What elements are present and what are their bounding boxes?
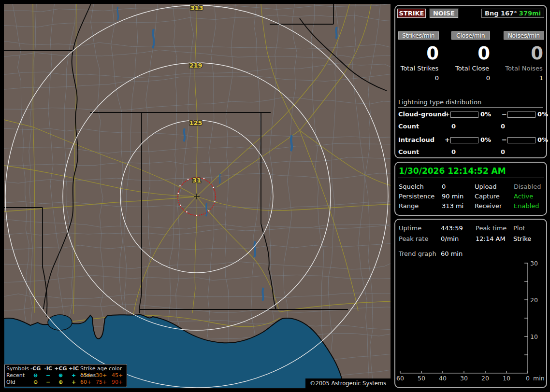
total-noises-value: 1 <box>503 74 543 82</box>
upload-label: Upload <box>475 182 497 191</box>
svg-text:30: 30 <box>530 260 538 267</box>
legend-row-recent-label: Recent <box>6 372 29 379</box>
total-strikes-value: 0 <box>398 74 439 82</box>
cg-plus-count: 0 <box>451 123 456 130</box>
squelch-label: Squelch <box>399 182 424 191</box>
ring-label-31: 31 <box>192 177 201 184</box>
svg-text:60: 60 <box>396 375 404 382</box>
recent-ncg-icon: ⊖ <box>29 372 42 379</box>
intracloud-label: Intracloud <box>398 136 434 144</box>
age-45: 45+ <box>112 372 126 379</box>
receiver-label: Receiver <box>475 202 502 210</box>
ic-minus-count: 0 <box>501 148 505 156</box>
strikes-per-min-value: 0 <box>398 44 439 63</box>
status-panel: 1/30/2026 12:14:52 AM Squelch 0 Persiste… <box>394 162 547 216</box>
recent-nic-icon: − <box>42 372 54 379</box>
cg-count-label: Count <box>398 123 419 130</box>
distribution-title: Lightning type distribution <box>398 98 481 106</box>
trend-graph: 1020300102030405060min <box>395 220 546 387</box>
ic-minus-sign: − <box>502 136 507 144</box>
svg-text:40: 40 <box>439 375 447 382</box>
capture-value: Active <box>514 192 533 200</box>
legend-row-old-label: Old <box>6 379 29 386</box>
ic-plus-count: 0 <box>451 148 456 156</box>
legend-age-header: Strike age color codes <box>80 365 126 372</box>
svg-text:0: 0 <box>526 375 530 382</box>
old-ncg-icon: ⊖ <box>29 379 42 386</box>
datetime-display: 1/30/2026 12:14:52 AM <box>399 166 506 176</box>
legend-col-ncg: -CG <box>29 365 42 372</box>
datetime-divider <box>398 178 544 178</box>
total-noises-label: Total Noises <box>501 65 547 72</box>
squelch-value: 0 <box>442 182 446 191</box>
range-label: Range <box>399 202 419 210</box>
capture-label: Capture <box>475 192 500 200</box>
old-pic-icon: + <box>67 379 80 386</box>
ic-minus-pct: 0% <box>537 136 548 144</box>
total-close-value: 0 <box>451 74 490 82</box>
ic-plus-bar <box>450 137 478 143</box>
old-nic-icon: − <box>42 379 54 386</box>
svg-text:10: 10 <box>503 375 510 382</box>
age-90: 90+ <box>112 379 126 386</box>
ring-label-125: 125 <box>189 119 202 126</box>
receiver-value: Enabled <box>514 202 539 210</box>
age-30: 30+ <box>96 372 112 379</box>
close-per-min-button[interactable]: Close/min <box>451 31 490 40</box>
strike-legend: Symbols -CG -IC +CG +IC Strike age color… <box>4 364 127 387</box>
legend-col-nic: -IC <box>42 365 54 372</box>
ic-minus-bar <box>507 137 536 143</box>
total-strikes-label: Total Strikes <box>395 65 444 72</box>
age-15: 15+ <box>80 372 96 379</box>
map-canvas[interactable]: 313 219 125 31 <box>4 4 391 389</box>
strike-toggle-button[interactable]: STRIKE <box>397 9 426 18</box>
close-per-min-value: 0 <box>451 44 490 63</box>
svg-text:30: 30 <box>460 375 468 382</box>
persistence-label: Persistence <box>399 192 434 200</box>
svg-text:10: 10 <box>530 333 538 340</box>
cg-plus-pct: 0% <box>480 111 491 118</box>
age-60: 60+ <box>80 379 96 386</box>
noise-toggle-button[interactable]: NOISE <box>430 9 458 18</box>
ic-count-label: Count <box>398 148 419 156</box>
cg-minus-pct: 0% <box>537 111 548 118</box>
svg-text:20: 20 <box>481 375 489 382</box>
svg-text:20: 20 <box>530 296 538 304</box>
trend-panel: Uptime 443:59 Peak time Plot Peak rate 0… <box>394 219 547 388</box>
ring-label-313: 313 <box>190 4 203 12</box>
cg-minus-count: 0 <box>501 123 505 130</box>
ic-plus-sign: + <box>445 136 450 144</box>
cg-plus-bar <box>450 112 478 118</box>
bearing-range-value: 379mi <box>519 10 541 17</box>
ic-plus-pct: 0% <box>480 136 491 144</box>
legend-symbols-header: Symbols <box>6 365 29 372</box>
upload-value: Disabled <box>514 182 541 191</box>
recent-pcg-icon: ⊕ <box>54 372 67 379</box>
strikes-per-min-button[interactable]: Strikes/min <box>398 31 439 40</box>
persistence-value: 90 min <box>442 192 463 200</box>
range-value: 313 mi <box>442 202 463 210</box>
total-close-label: Total Close <box>451 65 493 72</box>
svg-text:min: min <box>533 375 545 382</box>
radar-map[interactable]: 313 219 125 31 Symbols -CG -IC +CG +IC S… <box>4 4 391 389</box>
distribution-divider <box>398 107 543 108</box>
age-75: 75+ <box>96 379 112 386</box>
svg-text:50: 50 <box>418 375 425 382</box>
cg-minus-sign: − <box>502 111 507 118</box>
noises-per-min-button[interactable]: Noises/min <box>504 31 544 40</box>
legend-col-pcg: +CG <box>54 365 67 372</box>
recent-pic-icon: + <box>67 372 80 379</box>
ring-label-219: 219 <box>189 62 202 69</box>
bearing-readout: Bng 167° 379mi <box>481 9 544 18</box>
old-pcg-icon: ⊕ <box>54 379 67 386</box>
bearing-value: Bng 167° <box>485 10 517 17</box>
noises-per-min-value: 0 <box>503 44 543 63</box>
copyright-label: ©2005 Astrogenic Systems <box>305 378 391 389</box>
counters-panel: STRIKE NOISE Bng 167° 379mi Strikes/min … <box>394 5 547 158</box>
legend-col-pic: +IC <box>67 365 80 372</box>
cloud-ground-label: Cloud-ground <box>398 111 446 118</box>
cg-minus-bar <box>507 112 536 118</box>
cg-plus-sign: + <box>445 111 450 118</box>
